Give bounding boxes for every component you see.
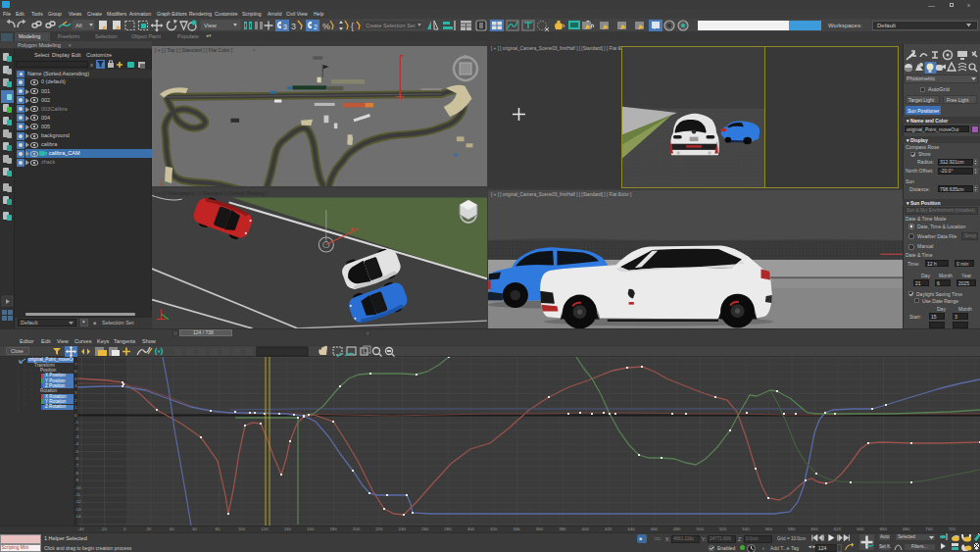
svg-text:All: All xyxy=(75,23,82,28)
svg-text:3: 3 xyxy=(283,24,287,30)
svg-text:2: 2 xyxy=(314,24,318,30)
svg-text:3: 3 xyxy=(291,22,296,31)
svg-text:Create Selection Set: Create Selection Set xyxy=(366,23,416,28)
svg-text:{: { xyxy=(351,22,354,31)
svg-text:%: % xyxy=(322,22,330,31)
svg-text:View: View xyxy=(204,23,218,28)
